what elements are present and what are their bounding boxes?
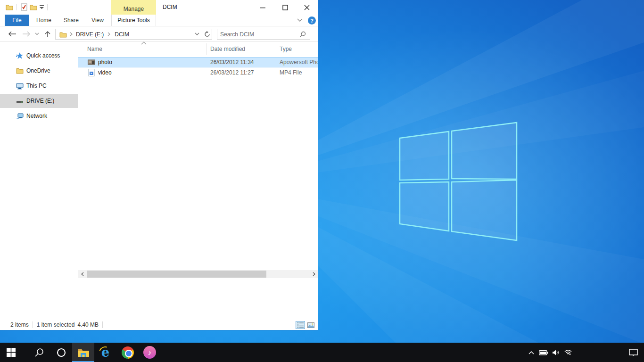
breadcrumb-folder[interactable]: DCIM [114,31,130,38]
taskbar: e ♪ [0,343,644,362]
up-arrow-icon [45,31,50,38]
search-icon [300,31,306,37]
sidebar-item-label: Network [26,113,47,119]
contextual-tab-group-manage[interactable]: Manage [111,0,156,15]
maximize-button[interactable] [274,0,296,15]
window-title: DCIM [163,4,177,10]
video-file-icon [88,69,95,76]
volume-icon[interactable] [550,343,562,362]
action-center-icon[interactable] [623,343,644,362]
itunes-icon: ♪ [143,346,156,359]
customize-quick-access-icon[interactable] [38,3,45,11]
minimize-button[interactable] [252,0,274,15]
tab-view[interactable]: View [86,15,109,26]
itunes-button[interactable]: ♪ [139,343,161,362]
file-name: photo [98,59,112,66]
new-folder-icon[interactable] [29,3,38,11]
file-row-photo[interactable]: photo 26/03/2012 11:34 Apowersoft Pho [78,57,318,67]
tab-share[interactable]: Share [58,15,84,26]
address-dropdown-chevron-icon[interactable] [192,33,202,36]
column-divider[interactable] [276,43,276,55]
items-count: 2 items [10,321,29,328]
column-header-name[interactable]: Name [87,43,102,55]
large-icons-view-button[interactable] [306,321,315,329]
computer-icon [16,82,24,90]
address-bar[interactable]: DRIVE (E:) DCIM [55,29,212,40]
folder-icon[interactable] [5,3,14,11]
sidebar-item-onedrive[interactable]: OneDrive [0,64,78,78]
column-divider[interactable] [206,43,207,55]
sidebar-item-label: DRIVE (E:) [26,98,54,104]
tab-picture-tools[interactable]: Picture Tools [111,15,156,26]
sidebar-item-network[interactable]: Network [0,109,78,123]
close-icon [304,5,310,10]
scrollbar-thumb[interactable] [87,271,266,278]
ie-swoosh-icon [97,344,113,361]
windows-start-icon [7,348,16,357]
cortana-button[interactable] [50,343,72,362]
large-icons-view-icon [307,322,314,328]
column-header-date-modified[interactable]: Date modified [210,43,245,55]
ribbon-collapse-chevron-icon[interactable] [297,17,305,25]
breadcrumb-drive[interactable]: DRIVE (E:) [75,31,105,38]
sidebar-item-quick-access[interactable]: Quick access [0,49,78,63]
up-button[interactable] [42,29,53,39]
forward-button[interactable] [21,29,32,39]
refresh-button[interactable] [202,29,212,40]
file-explorer-window: Manage DCIM File Home Share View Picture… [0,0,318,330]
drive-icon [16,97,24,105]
details-view-button[interactable] [296,321,305,329]
file-type: Apowersoft Pho [280,59,318,66]
sidebar-item-label: Quick access [26,52,60,59]
tab-file[interactable]: File [5,15,29,26]
file-explorer-icon [77,347,90,358]
file-row-video[interactable]: video 26/03/2012 11:27 MP4 File [78,67,318,78]
tab-home[interactable]: Home [32,15,56,26]
folder-icon [59,31,67,38]
file-date-modified: 26/03/2012 11:27 [210,69,254,76]
selection-count: 1 item selected [37,321,75,328]
navigation-pane: Quick access OneDrive This PC [0,41,78,320]
column-header-type[interactable]: Type [280,43,292,55]
scroll-right-arrow-icon[interactable] [310,270,318,278]
address-bar-row: DRIVE (E:) DCIM [0,26,318,41]
back-button[interactable] [7,29,17,39]
hidden-icons-chevron-icon[interactable] [525,343,537,362]
chrome-icon [122,346,134,359]
wifi-icon[interactable] [562,343,574,362]
scroll-left-arrow-icon[interactable] [78,270,86,278]
search-icon [34,348,44,357]
recent-locations-chevron-icon[interactable] [33,29,41,39]
toolbar-separator [17,4,17,10]
internet-explorer-button[interactable]: e [94,343,116,362]
taskbar-file-explorer-button[interactable] [72,343,94,362]
system-tray [525,343,644,362]
toolbar-separator [47,4,48,10]
status-separator [102,321,103,328]
horizontal-scrollbar[interactable] [78,270,318,278]
minimize-icon [260,5,266,10]
sidebar-item-label: This PC [26,82,47,89]
quick-access-toolbar [5,3,50,11]
sort-ascending-icon[interactable] [141,41,147,45]
battery-icon[interactable] [537,343,550,362]
breadcrumb: DRIVE (E:) DCIM [56,31,192,38]
start-button[interactable] [0,343,22,362]
chrome-button[interactable] [116,343,139,362]
close-button[interactable] [296,0,318,15]
photo-file-icon [88,58,95,66]
forward-arrow-icon [22,31,31,37]
search-box[interactable] [217,29,310,40]
crumb-chevron-icon [70,32,73,36]
taskbar-search-button[interactable] [28,343,50,362]
sidebar-item-this-pc[interactable]: This PC [0,79,78,93]
help-icon[interactable]: ? [308,16,316,25]
sidebar-item-drive-e[interactable]: DRIVE (E:) [0,94,78,108]
search-input[interactable] [217,31,300,38]
properties-check-icon[interactable] [19,3,29,11]
file-date-modified: 26/03/2012 11:34 [210,59,254,66]
maximize-icon [282,5,288,10]
status-separator [33,321,33,328]
folder-icon [16,67,24,74]
network-icon [16,112,24,120]
